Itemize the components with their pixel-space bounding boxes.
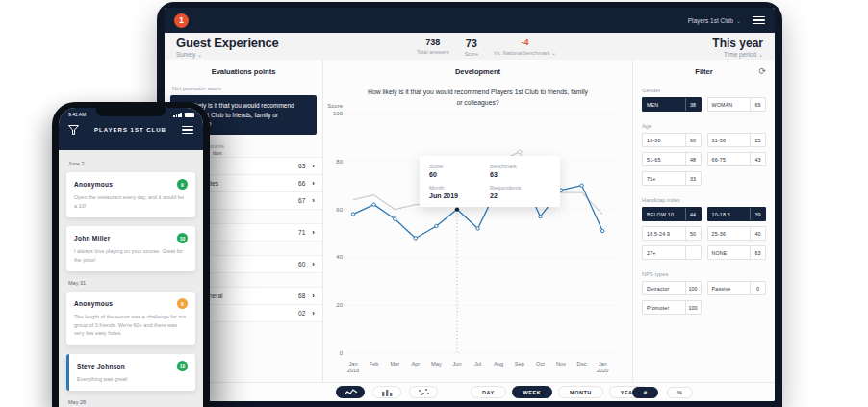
score-data-point[interactable] <box>601 229 604 232</box>
filter-chip-count: 50 <box>685 227 701 240</box>
phone-app-title: PLAYERS 1ST CLUB <box>79 127 182 133</box>
x-tick-year-label: 2020 <box>597 368 608 373</box>
filter-chip-label: BELOW 10 <box>643 208 685 220</box>
feed-date-label: May 31 <box>68 280 193 286</box>
chevron-right-icon: › <box>312 293 315 300</box>
respondent-name: John Miller <box>74 235 111 242</box>
filter-chip[interactable]: Promoter100 <box>642 300 702 315</box>
line-chart: 100806040200ScoreJan2019FebMarAprMayJunJ… <box>323 60 632 382</box>
feedback-card[interactable]: John Miller10I always love playing on yo… <box>66 226 195 271</box>
score-data-point[interactable] <box>580 184 583 187</box>
period-button-month[interactable]: MONTH <box>558 386 603 398</box>
score-data-point[interactable] <box>414 237 417 240</box>
highlighted-data-point <box>455 207 459 211</box>
filter-chip-count: 44 <box>685 208 701 220</box>
filter-chip-label: Detractor <box>643 282 685 294</box>
phone-header: 9:41 AM PLAYERS 1ST CLUB <box>59 108 203 150</box>
filter-chip[interactable]: 10-18.539 <box>707 207 767 221</box>
phone-screen: 9:41 AM PLAYERS 1ST CLUB Jun <box>59 108 203 407</box>
menu-icon[interactable] <box>753 16 765 25</box>
x-tick-label: Aug <box>494 361 503 367</box>
filter-chip[interactable]: NONE63 <box>707 245 767 260</box>
filter-section-label: Handicap index <box>642 197 766 203</box>
filter-chip-grid: 16-306031-502551-654866-754375+33 <box>642 133 766 186</box>
y-tick-label: 0 <box>340 350 344 356</box>
filter-chip-count: 39 <box>750 208 765 220</box>
filter-chip[interactable]: Detractor100 <box>642 281 702 295</box>
chart-type-button-line[interactable] <box>336 386 365 398</box>
development-panel: Development How likely is it that you wo… <box>323 60 632 383</box>
filter-chip[interactable]: WOMAN69 <box>707 97 767 112</box>
period-button-week[interactable]: WEEK <box>512 386 553 398</box>
score-data-point[interactable] <box>476 227 479 230</box>
page-title: Guest Experience <box>176 36 279 50</box>
filter-section-label: Gender <box>642 88 766 93</box>
reset-filter-icon[interactable]: ⟳ <box>758 67 766 76</box>
feedback-card[interactable]: Anonymous6The lenght of the senior was a… <box>66 292 195 345</box>
survey-dropdown[interactable]: Survey ⌄ <box>176 51 279 58</box>
filter-chip-label: 66-75 <box>708 153 751 165</box>
filter-chip-label: 51-65 <box>643 153 685 165</box>
time-period-value: This year <box>712 37 763 50</box>
filter-section: Handicap indexBELOW 104410-18.53918.5-24… <box>642 197 766 260</box>
tooltip-respondents-value: 22 <box>490 192 550 199</box>
filter-section: Age16-306031-502551-654866-754375+33 <box>642 123 766 186</box>
feedback-text: Everything was great! <box>77 375 188 384</box>
phone-notch <box>96 108 166 116</box>
feedback-card[interactable]: Steve Johnson10Everything was great! <box>66 354 195 392</box>
filter-chip[interactable]: Passive0 <box>707 281 767 295</box>
dashboard-body: Evaluations points Net promoter score Ho… <box>165 60 775 383</box>
score-data-point[interactable] <box>394 217 396 220</box>
stat-value: 738 <box>417 38 449 47</box>
score-data-point[interactable] <box>351 213 354 216</box>
filter-chip[interactable]: 27+ <box>642 245 702 260</box>
chevron-down-icon: ⌄ <box>758 52 763 58</box>
unit-button-count[interactable]: # <box>632 387 658 398</box>
filter-chip-label: 16-30 <box>643 134 685 146</box>
feed-date-label: May 28 <box>68 399 193 405</box>
period-button-day[interactable]: DAY <box>471 386 506 398</box>
filter-chip-label: Passive <box>708 282 751 294</box>
stat-label: Vs. National benchmark ⌄ <box>494 49 556 56</box>
header-stat: 738Total answers <box>417 38 449 55</box>
phone-menu-icon[interactable] <box>182 126 193 135</box>
filter-chip-count <box>685 246 701 259</box>
time-period-dropdown[interactable]: This year Time period ⌄ <box>712 37 763 58</box>
score-data-point[interactable] <box>539 215 542 217</box>
stat-value: -4 <box>494 38 556 47</box>
filter-chip[interactable]: 16-3060 <box>642 133 702 147</box>
filter-section-label: NPS types <box>642 271 766 277</box>
respondent-name: Anonymous <box>74 300 113 307</box>
filter-chip[interactable]: 66-7543 <box>707 152 767 166</box>
filter-chip[interactable]: 31-5025 <box>707 133 767 147</box>
score-data-point[interactable] <box>435 224 438 227</box>
tablet-screen: 1 Players 1st Club ⌄ Guest Experience Su… <box>165 8 775 401</box>
chart-type-button-bar[interactable] <box>372 386 401 398</box>
filter-chip[interactable]: 75+33 <box>642 171 702 186</box>
line-chart-icon <box>344 388 358 396</box>
feedback-card-header: Anonymous6 <box>74 298 188 309</box>
filter-chip[interactable]: 18.5-24.950 <box>642 226 702 241</box>
evaluation-item-score: 63 <box>298 163 305 169</box>
filter-chip[interactable]: MEN38 <box>642 97 702 112</box>
feedback-text: The lenght of the senior was a challenge… <box>74 313 188 338</box>
filter-chip[interactable]: BELOW 1044 <box>642 207 702 221</box>
header-stat[interactable]: -4Vs. National benchmark ⌄ <box>494 38 556 56</box>
filter-chip-count: 40 <box>750 227 765 240</box>
filter-chip-count: 43 <box>750 153 765 165</box>
filter-funnel-icon[interactable] <box>68 125 79 135</box>
score-data-point[interactable] <box>372 203 375 206</box>
chart-type-button-scatter[interactable] <box>409 386 438 398</box>
account-label: Players 1st Club <box>688 17 733 24</box>
filter-chip-count: 100 <box>685 282 701 294</box>
tooltip-month-value: Jun 2019 <box>429 192 490 199</box>
unit-button-percent[interactable]: % <box>667 387 693 398</box>
account-dropdown[interactable]: Players 1st Club ⌄ <box>688 17 741 24</box>
filter-panel: Filter ⟳ GenderMEN38WOMAN69Age16-306031-… <box>632 60 775 383</box>
chevron-right-icon: › <box>312 180 315 188</box>
scatter-chart-icon <box>417 388 431 396</box>
feedback-card[interactable]: Anonymous9Open the restaurant every day,… <box>66 172 195 217</box>
filter-chip[interactable]: 25-3640 <box>707 226 767 241</box>
filter-section: NPS typesDetractor100Passive0Promoter100 <box>642 271 766 315</box>
filter-chip[interactable]: 51-6548 <box>642 152 702 166</box>
